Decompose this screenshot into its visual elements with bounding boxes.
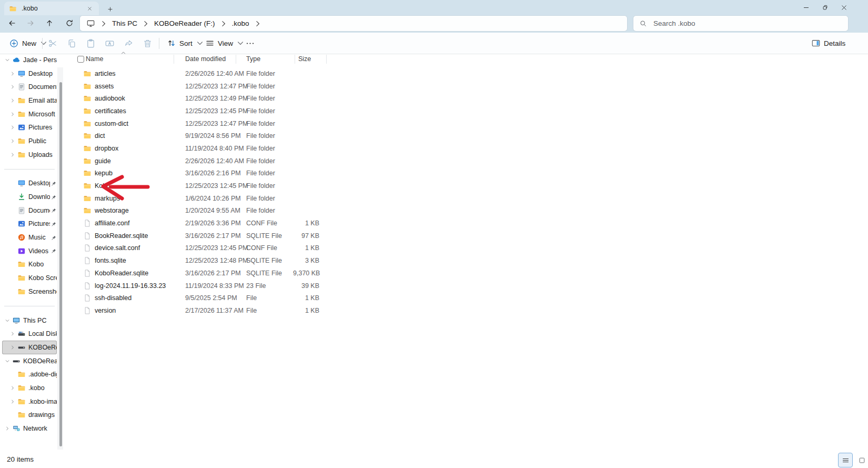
sidebar-item[interactable]: drawings bbox=[2, 409, 57, 422]
expand-chevron-icon[interactable] bbox=[8, 220, 17, 228]
sidebar-item[interactable]: .kobo-images bbox=[2, 395, 57, 409]
file-row[interactable]: articles 2/26/2026 12:40 AM File folder bbox=[68, 67, 334, 80]
search-box[interactable] bbox=[633, 16, 848, 31]
large-icons-view-toggle[interactable] bbox=[857, 455, 866, 465]
expand-chevron-icon[interactable] bbox=[8, 330, 17, 338]
sidebar-item[interactable]: Local Disk (C:) bbox=[2, 327, 57, 341]
details-view-toggle[interactable] bbox=[838, 453, 853, 467]
breadcrumb-chevron-icon[interactable] bbox=[254, 19, 262, 28]
refresh-button[interactable] bbox=[62, 16, 77, 31]
column-header-size[interactable]: Size bbox=[298, 55, 311, 63]
file-row[interactable]: fonts.sqlite 12/25/2023 12:48 PM SQLITE … bbox=[68, 254, 334, 267]
sidebar-item[interactable]: Kobo Screensho bbox=[2, 271, 57, 285]
expand-chevron-icon[interactable] bbox=[8, 193, 17, 201]
sidebar-item[interactable]: Network bbox=[2, 422, 57, 435]
sidebar-item[interactable]: This PC bbox=[2, 314, 57, 327]
sidebar-item[interactable]: Downloads bbox=[2, 190, 57, 204]
sidebar-scrollbar-thumb[interactable] bbox=[59, 82, 62, 446]
sidebar-item[interactable]: Kobo bbox=[2, 258, 57, 272]
file-row[interactable]: audiobook 12/25/2023 12:49 PM File folde… bbox=[68, 92, 334, 105]
file-row[interactable]: certificates 12/25/2023 12:45 PM File fo… bbox=[68, 105, 334, 117]
sidebar-item[interactable]: Pictures bbox=[2, 217, 57, 231]
tab-kobo[interactable]: .kobo bbox=[4, 2, 99, 15]
file-row[interactable]: assets 12/25/2023 12:47 PM File folder bbox=[68, 80, 334, 93]
paste-button[interactable] bbox=[83, 35, 99, 51]
expand-chevron-icon[interactable] bbox=[8, 110, 17, 118]
select-all-checkbox[interactable] bbox=[77, 56, 84, 63]
expand-chevron-icon[interactable] bbox=[8, 370, 17, 379]
expand-chevron-icon[interactable] bbox=[8, 233, 17, 242]
expand-chevron-icon[interactable] bbox=[8, 260, 17, 268]
sidebar-item[interactable]: Microsoft Copi bbox=[2, 107, 57, 121]
column-header-name[interactable]: Name bbox=[86, 55, 103, 63]
column-divider[interactable] bbox=[236, 55, 236, 64]
file-row[interactable]: affiliate.conf 2/19/2026 3:36 PM CONF Fi… bbox=[68, 217, 334, 230]
address-bar[interactable]: This PCKOBOeReader (F:).kobo bbox=[80, 16, 627, 31]
rename-button[interactable] bbox=[102, 35, 118, 51]
back-button[interactable] bbox=[5, 16, 19, 31]
file-row[interactable]: dict 9/19/2024 8:56 PM File folder bbox=[68, 130, 334, 142]
copy-button[interactable] bbox=[64, 35, 80, 51]
expand-chevron-icon[interactable] bbox=[8, 69, 17, 78]
expand-chevron-icon[interactable] bbox=[8, 287, 17, 296]
sidebar-item[interactable]: Screenshots bbox=[2, 285, 57, 298]
file-row[interactable]: ssh-disabled 9/5/2025 2:54 PM File 1 KB bbox=[68, 292, 334, 304]
breadcrumb-item[interactable]: .kobo bbox=[232, 19, 249, 27]
expand-chevron-icon[interactable] bbox=[8, 96, 17, 105]
expand-chevron-icon[interactable] bbox=[8, 151, 17, 159]
breadcrumb-item[interactable]: This PC bbox=[112, 19, 137, 27]
column-header-type[interactable]: Type bbox=[246, 55, 260, 63]
sidebar-item[interactable]: Email attachm bbox=[2, 94, 57, 107]
expand-chevron-icon[interactable] bbox=[8, 137, 17, 145]
file-row[interactable]: device.salt.conf 12/25/2023 12:45 PM CON… bbox=[68, 242, 334, 255]
sidebar-item[interactable]: .adobe-digital bbox=[2, 367, 57, 381]
file-row[interactable]: version 2/17/2026 11:37 AM File 1 KB bbox=[68, 304, 334, 317]
file-row[interactable]: log-2024.11.19-16.33.23 11/19/2024 8:33 … bbox=[68, 280, 334, 292]
tab-close-button[interactable] bbox=[85, 4, 94, 13]
search-input[interactable] bbox=[652, 19, 842, 28]
expand-chevron-icon[interactable] bbox=[8, 206, 17, 215]
restore-button[interactable] bbox=[815, 0, 834, 15]
sidebar-item[interactable]: Desktop bbox=[2, 177, 57, 191]
expand-chevron-icon[interactable] bbox=[8, 247, 17, 255]
sidebar-item[interactable]: Jade - Personal bbox=[2, 53, 57, 67]
expand-chevron-icon[interactable] bbox=[3, 424, 12, 433]
sidebar-item[interactable]: Documents bbox=[2, 204, 57, 217]
sidebar-item[interactable]: Uploads bbox=[2, 148, 57, 162]
file-row[interactable]: webstorage 1/20/2024 9:55 AM File folder bbox=[68, 205, 334, 217]
more-options-button[interactable] bbox=[242, 35, 258, 51]
column-header-date-modified[interactable]: Date modified bbox=[185, 55, 226, 63]
column-divider[interactable] bbox=[174, 55, 174, 64]
expand-chevron-icon[interactable] bbox=[8, 179, 17, 187]
sidebar-item[interactable]: .kobo bbox=[2, 381, 57, 395]
expand-chevron-icon[interactable] bbox=[8, 384, 17, 392]
expand-chevron-icon[interactable] bbox=[3, 56, 12, 64]
sidebar-item[interactable]: KOBOeReader (F bbox=[2, 354, 57, 368]
file-row[interactable]: custom-dict 12/25/2023 12:47 PM File fol… bbox=[68, 117, 334, 130]
file-row[interactable]: BookReader.sqlite 3/16/2026 2:17 PM SQLI… bbox=[68, 230, 334, 242]
sidebar-item[interactable]: Videos bbox=[2, 244, 57, 258]
delete-button[interactable] bbox=[139, 35, 156, 51]
expand-chevron-icon[interactable] bbox=[8, 397, 17, 406]
details-pane-button[interactable]: Details bbox=[806, 35, 850, 51]
share-button[interactable] bbox=[120, 35, 137, 51]
new-tab-button[interactable] bbox=[104, 3, 116, 15]
expand-chevron-icon[interactable] bbox=[8, 411, 17, 419]
sidebar-item[interactable]: Desktop bbox=[2, 67, 57, 81]
sidebar-item[interactable]: Public bbox=[2, 134, 57, 148]
expand-chevron-icon[interactable] bbox=[3, 357, 12, 365]
expand-chevron-icon[interactable] bbox=[8, 274, 17, 282]
expand-chevron-icon[interactable] bbox=[3, 316, 12, 325]
sidebar-item[interactable]: Pictures bbox=[2, 121, 57, 134]
breadcrumb-chevron-icon[interactable] bbox=[219, 19, 228, 28]
column-divider[interactable] bbox=[295, 55, 295, 64]
expand-chevron-icon[interactable] bbox=[8, 83, 17, 91]
breadcrumb-chevron-icon[interactable] bbox=[99, 19, 108, 28]
sidebar-item[interactable]: KOBOeReader bbox=[2, 341, 57, 354]
breadcrumb-chevron-icon[interactable] bbox=[142, 19, 150, 28]
sidebar-item[interactable]: Music bbox=[2, 231, 57, 244]
minimize-button[interactable] bbox=[796, 0, 815, 15]
file-row[interactable]: dropbox 11/19/2024 8:40 PM File folder bbox=[68, 142, 334, 155]
file-row[interactable]: guide 2/26/2026 12:40 AM File folder bbox=[68, 155, 334, 167]
column-divider[interactable] bbox=[326, 55, 327, 64]
